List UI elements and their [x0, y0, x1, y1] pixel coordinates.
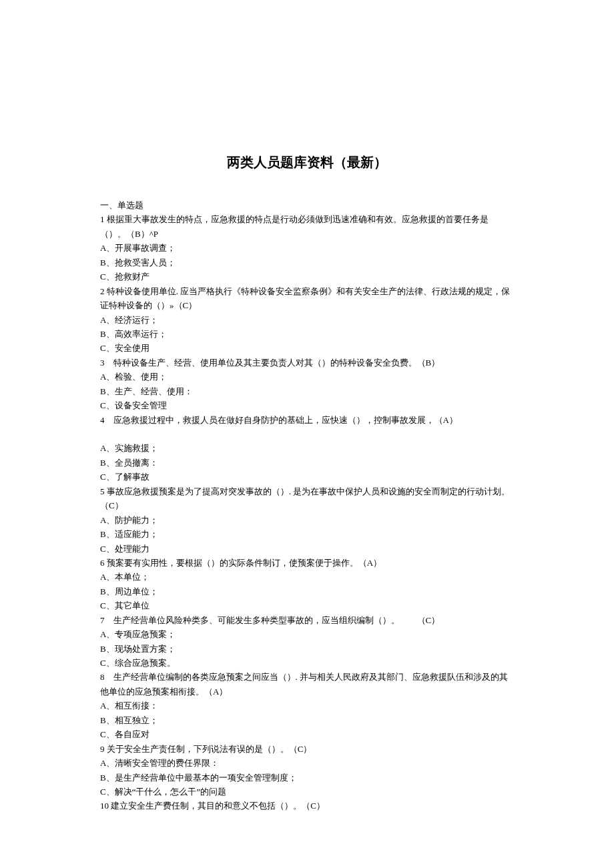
question-option: A、相互衔接：	[100, 699, 514, 713]
question-option: A、经济运行；	[100, 313, 514, 327]
question-stem: 6 预案要有实用性，要根据（）的实际条件制订，使预案便于操作。（A）	[100, 556, 514, 570]
question-option: B、相互独立；	[100, 713, 514, 727]
question-option: B、抢救受害人员；	[100, 256, 514, 270]
document-page: 两类人员题库资料（最新） 一、单选题 1 根据重大事故发生的特点，应急救援的特点…	[0, 0, 614, 868]
blank-line	[100, 427, 514, 441]
question-option: C、抢救财产	[100, 270, 514, 284]
question-option: A、实施救援；	[100, 441, 514, 455]
question-option: A、检验、使用；	[100, 370, 514, 384]
question-option: B、生产、经营、使用：	[100, 384, 514, 398]
document-title: 两类人员题库资料（最新）	[100, 153, 514, 171]
question-option: C、各自应对	[100, 727, 514, 741]
question-option: B、全员撤离：	[100, 456, 514, 470]
question-stem: 1 根据重大事故发生的特点，应急救援的特点是行动必须做到迅速准确和有效。应急救援…	[100, 212, 514, 241]
question-stem: 3 特种设备生产、经营、使用单位及其主要负责人对其（）的特种设备安全负费。（B）	[100, 356, 514, 370]
question-option: B、周边单位；	[100, 584, 514, 598]
question-option: A、专项应急预案；	[100, 627, 514, 641]
question-option: A、本单位；	[100, 570, 514, 584]
question-option: B、是生产经营单位中最基本的一项安全管理制度；	[100, 771, 514, 785]
question-option: C、其它单位	[100, 598, 514, 612]
section-heading: 一、单选题	[100, 198, 514, 212]
question-stem: 9 关于安全生产责任制，下列说法有误的是（）。（C）	[100, 742, 514, 756]
question-stem: 2 特种设备使用单位. 应当严格执行《特种设备安全监察条例》和有关安全生产的法律…	[100, 284, 514, 313]
question-stem: 7 生产经营单位风险种类多、可能发生多种类型事故的，应当组织编制（）。 （C）	[100, 613, 514, 627]
question-option: B、现场处置方案；	[100, 642, 514, 656]
question-option: C、解决“干什么，怎么干”的问题	[100, 785, 514, 799]
questions-container: 1 根据重大事故发生的特点，应急救援的特点是行动必须做到迅速准确和有效。应急救援…	[100, 212, 514, 813]
question-stem: 4 应急救援过程中，救援人员在做好自身防护的基础上，应快速（），控制事故发展，（…	[100, 413, 514, 427]
question-option: C、安全使用	[100, 341, 514, 355]
question-option: C、设备安全管理	[100, 398, 514, 412]
question-option: A、开展事故调查；	[100, 241, 514, 255]
question-option: C、了解事故	[100, 470, 514, 484]
question-option: A、清晰安全管理的费任界限：	[100, 756, 514, 770]
question-option: A、防护能力；	[100, 513, 514, 527]
question-stem: 5 事故应急救援预案是为了提高对突发事故的（）. 是为在事故中保护人员和设施的安…	[100, 484, 514, 513]
question-stem: 8 生产经营单位编制的各类应急预案之间应当（）. 并与相关人民政府及其部门、应急…	[100, 670, 514, 699]
question-option: B、适应能力；	[100, 527, 514, 541]
question-option: C、综合应急预案。	[100, 656, 514, 670]
question-option: B、高效率运行；	[100, 327, 514, 341]
question-option: C、处理能力	[100, 542, 514, 556]
question-stem: 10 建立安全生产费任制，其目的和意义不包括（）。（C）	[100, 799, 514, 813]
